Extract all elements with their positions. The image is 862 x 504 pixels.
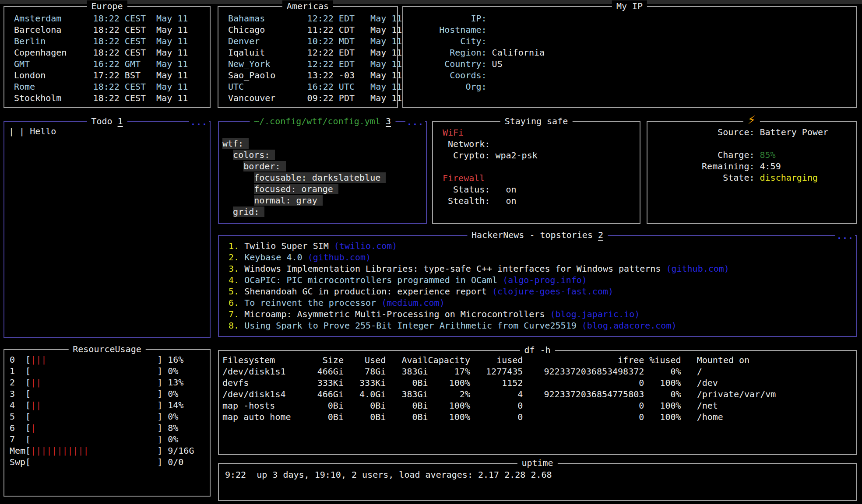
ip-row: Region: California (413, 47, 856, 58)
uptime-text: 9:22 up 3 days, 19:10, 2 users, load ave… (225, 469, 856, 480)
ip-row: Coords: (413, 70, 856, 81)
config-line-text: border: (243, 161, 285, 172)
panel-uptime: uptime 9:22 up 3 days, 19:10, 2 users, l… (218, 463, 857, 501)
config-line: colors: (222, 149, 426, 161)
todo-item[interactable]: | | Hello (9, 126, 210, 137)
clock-row: Iqaluit 12:22 EDT May 11 (228, 47, 397, 58)
resource-row-value: ] 0/0 (31, 457, 183, 467)
df-row: map -hosts 0Bi 0Bi 0Bi 100% 0 0 100% /ne… (222, 400, 856, 411)
ip-row-label: Hostname: (413, 24, 487, 35)
resource-row: 3 [ ] 0% (10, 388, 210, 399)
battery-row: State: discharging (691, 172, 856, 183)
ip-row-label: Org: (413, 81, 487, 92)
battery-row-value (755, 138, 760, 149)
hn-story-title: Windows Implementation Libraries: type-s… (244, 263, 666, 274)
clock-row: Vancouver 09:22 PDT May 11 (228, 92, 397, 104)
panel-my-ip: My IP IP: Hostname: City: Region: Califo… (402, 6, 857, 108)
clock-row: Berlin 18:22 CEST May 11 (14, 35, 210, 47)
ip-row-value: US (487, 59, 503, 69)
panel-todo[interactable]: Todo 1 ... | | Hello (4, 121, 211, 338)
clock-row: Rome 18:22 CEST May 11 (14, 81, 210, 92)
battery-row (691, 138, 856, 149)
hn-story-number: 6. (229, 298, 244, 308)
americas-clock-list: Bahamas 12:22 EDT May 11Chicago 11:22 CD… (218, 7, 397, 104)
clock-row: Denver 10:22 MDT May 11 (228, 35, 397, 47)
safety-line: Stealth: on (443, 195, 640, 206)
ip-row-label: Country: (413, 59, 487, 69)
clock-row: Stockholm 18:22 CEST May 11 (14, 92, 210, 104)
resource-row-label: Mem[ (10, 445, 31, 456)
ip-row-value (487, 70, 492, 80)
resource-bar: ||||||||||| (31, 445, 88, 456)
myip-info-list: IP: Hostname: City: Region: California C… (403, 7, 856, 92)
hn-story-link: (medium.com) (381, 298, 445, 308)
hn-story[interactable]: 1. Twilio Super SIM (twilio.com) (229, 240, 856, 252)
hn-story-number: 1. (229, 241, 244, 251)
resource-row-value: ] 14% (41, 400, 183, 410)
hn-story[interactable]: 8. Using Spark to Prove 255-Bit Integer … (229, 320, 856, 331)
battery-row-label (691, 138, 755, 149)
clock-row: Amsterdam 18:22 CEST May 11 (14, 13, 210, 24)
resource-row-label: 7 [ (10, 434, 31, 444)
hn-story-number: 4. (229, 275, 244, 285)
battery-row-value: Battery Power (755, 127, 829, 137)
resource-row-value: ] 0% (31, 388, 178, 399)
clock-row: London 17:22 BST May 11 (14, 70, 210, 81)
ip-row-label: IP: (413, 13, 487, 24)
config-line: border: (222, 161, 426, 172)
config-line-indent (222, 206, 233, 217)
ip-row-label: City: (413, 36, 487, 46)
panel-clocks-europe: Europe Amsterdam 18:22 CEST May 11Barcel… (4, 6, 211, 108)
hn-story-title: Shenandoah GC in production: experience … (244, 286, 492, 297)
panel-hackernews[interactable]: HackerNews - topstories 2 ... 1. Twilio … (218, 235, 857, 337)
battery-info-list: Source: Battery Power Charge: 85% Remain… (647, 122, 856, 183)
resource-row-value: ] 9/16G (89, 445, 194, 456)
hn-story[interactable]: 7. Microamp: Asymmetric Multi-Processing… (229, 308, 856, 320)
hn-story-link: (github.com) (308, 252, 371, 262)
ip-row-value (487, 36, 492, 46)
df-row: /dev/disk1s4 466Gi 4.0Gi 383Gi 2% 4 9223… (222, 388, 856, 400)
resource-row: 5 [ ] 0% (10, 411, 210, 422)
config-line: normal: gray (222, 195, 426, 206)
resource-row-value: ] 8% (36, 423, 178, 433)
europe-clock-list: Amsterdam 18:22 CEST May 11Barcelona 18:… (4, 7, 210, 104)
resource-row: 7 [ ] 0% (10, 434, 210, 445)
clock-row: Chicago 11:22 CDT May 11 (228, 24, 397, 35)
resource-row-value: ] 0% (31, 366, 178, 376)
ip-row: Country: US (413, 58, 856, 70)
ip-row-label: Coords: (413, 70, 487, 80)
config-line-text: grid: (233, 206, 264, 217)
clock-row: Barcelona 18:22 CEST May 11 (14, 24, 210, 35)
resource-row-value: ] 16% (46, 354, 183, 365)
hn-story[interactable]: 5. Shenandoah GC in production: experien… (229, 286, 856, 297)
config-line: focused: orange (222, 183, 426, 195)
resource-bar: | (31, 423, 36, 433)
security-info-list: WiFi Network: Crypto: wpa2-psk Firewall … (433, 122, 640, 206)
hn-story-link: (blog.adacore.com) (582, 320, 677, 331)
battery-row-value: 4:59 (755, 161, 781, 172)
config-line: wtf: (222, 138, 426, 149)
battery-row: Remaining: 4:59 (691, 161, 856, 172)
panel-config-file[interactable]: ~/.config/wtf/config.yml 3 ... wtf: colo… (218, 121, 427, 224)
terminal-top-edge (0, 0, 862, 4)
clock-row: UTC 16:22 UTC May 11 (228, 81, 397, 92)
todo-list: | | Hello (4, 122, 210, 137)
ip-row: Org: (413, 81, 856, 92)
clock-row: Copenhagen 18:22 CEST May 11 (14, 47, 210, 58)
hn-story[interactable]: 3. Windows Implementation Libraries: typ… (229, 263, 856, 274)
hn-story[interactable]: 2. Keybase 4.0 (github.com) (229, 252, 856, 263)
hn-story-number: 8. (229, 320, 244, 331)
hn-story[interactable]: 6. To reinvent the processor (medium.com… (229, 297, 856, 308)
battery-row-value: 85% (755, 150, 776, 160)
config-line-text: focusable: darkslateblue (254, 172, 386, 183)
resource-bar: || (31, 400, 41, 410)
hn-story-title: Keybase 4.0 (244, 252, 308, 262)
hn-story-title: OCaPIC: PIC microcontrollers programmed … (244, 275, 503, 285)
config-line-text: colors: (233, 150, 275, 160)
hn-story-title: Twilio Super SIM (244, 241, 334, 251)
battery-row-label: Source: (691, 127, 755, 137)
hn-story[interactable]: 4. OCaPIC: PIC microcontrollers programm… (229, 274, 856, 286)
config-line-text: wtf: (222, 138, 249, 149)
resource-row-label: 5 [ (10, 411, 31, 422)
config-line-indent (222, 150, 233, 160)
